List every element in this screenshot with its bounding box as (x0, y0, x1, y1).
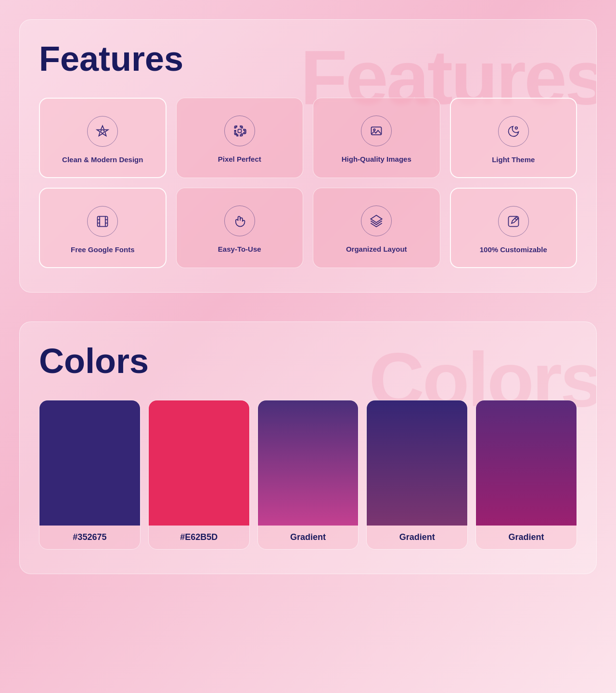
colors-title: Colors (39, 341, 577, 381)
color-swatch-gradient-3 (476, 400, 577, 526)
svg-line-14 (514, 218, 517, 220)
color-card-gradient-3[interactable]: Gradient (475, 400, 577, 550)
color-swatch-dark-purple (39, 400, 140, 526)
layers-icon-circle (361, 205, 392, 236)
color-swatch-gradient-1 (258, 400, 359, 526)
feature-card-clean-design[interactable]: Clean & Modern Design (39, 98, 167, 178)
colors-grid: #352675 #E62B5D Gradient Gradient Gradie… (39, 400, 577, 550)
features-section: Features Features Clean & Modern Design … (19, 19, 597, 293)
color-card-pink-red[interactable]: #E62B5D (148, 400, 250, 550)
feature-label-high-quality: High-Quality Images (342, 155, 411, 163)
svg-point-3 (373, 129, 375, 131)
svg-rect-2 (372, 127, 382, 135)
feature-label-clean-design: Clean & Modern Design (62, 155, 143, 164)
edit-icon (507, 215, 520, 228)
features-title: Features (39, 39, 577, 78)
color-label-gradient-1: Gradient (258, 526, 359, 549)
svg-rect-5 (98, 217, 108, 227)
pixel-icon-circle (224, 116, 255, 146)
feature-label-google-fonts: Free Google Fonts (71, 245, 135, 254)
svg-point-0 (101, 130, 104, 133)
feature-card-high-quality[interactable]: High-Quality Images (313, 98, 440, 178)
touch-icon-circle (224, 205, 255, 236)
layers-icon (370, 214, 383, 228)
theme-icon (507, 125, 520, 138)
feature-label-customizable: 100% Customizable (480, 245, 547, 254)
color-swatch-pink-red (149, 400, 249, 526)
feature-card-customizable[interactable]: 100% Customizable (450, 188, 578, 268)
color-label-dark-purple: #352675 (39, 526, 140, 549)
color-label-pink-red: #E62B5D (149, 526, 249, 549)
feature-card-light-theme[interactable]: Light Theme (450, 98, 578, 178)
svg-point-4 (515, 127, 517, 129)
fonts-icon-circle (87, 206, 118, 237)
feature-card-pixel-perfect[interactable]: Pixel Perfect (176, 98, 304, 178)
svg-marker-12 (371, 215, 382, 222)
features-grid: Clean & Modern Design Pixel Perfect H (39, 98, 577, 268)
edit-icon-circle (498, 206, 529, 237)
feature-card-google-fonts[interactable]: Free Google Fonts (39, 188, 167, 268)
feature-card-organized[interactable]: Organized Layout (313, 188, 440, 268)
image-icon (370, 124, 383, 138)
feature-label-light-theme: Light Theme (492, 155, 535, 164)
color-card-gradient-1[interactable]: Gradient (257, 400, 359, 550)
feature-label-pixel-perfect: Pixel Perfect (218, 155, 261, 163)
svg-rect-1 (238, 129, 241, 133)
color-card-dark-purple[interactable]: #352675 (39, 400, 141, 550)
design-icon-circle (87, 116, 118, 147)
image-icon-circle (361, 116, 392, 146)
feature-label-organized: Organized Layout (346, 245, 407, 253)
touch-icon (233, 214, 246, 228)
pixel-icon (233, 124, 246, 138)
color-swatch-gradient-2 (367, 400, 467, 526)
feature-card-easy-to-use[interactable]: Easy-To-Use (176, 188, 304, 268)
color-card-gradient-2[interactable]: Gradient (366, 400, 468, 550)
design-icon (96, 125, 109, 138)
fonts-icon (96, 215, 109, 228)
colors-section: Colors Colors #352675 #E62B5D Gradient G… (19, 321, 597, 574)
color-label-gradient-3: Gradient (476, 526, 577, 549)
theme-icon-circle (498, 116, 529, 147)
color-label-gradient-2: Gradient (367, 526, 467, 549)
feature-label-easy-to-use: Easy-To-Use (218, 245, 261, 253)
